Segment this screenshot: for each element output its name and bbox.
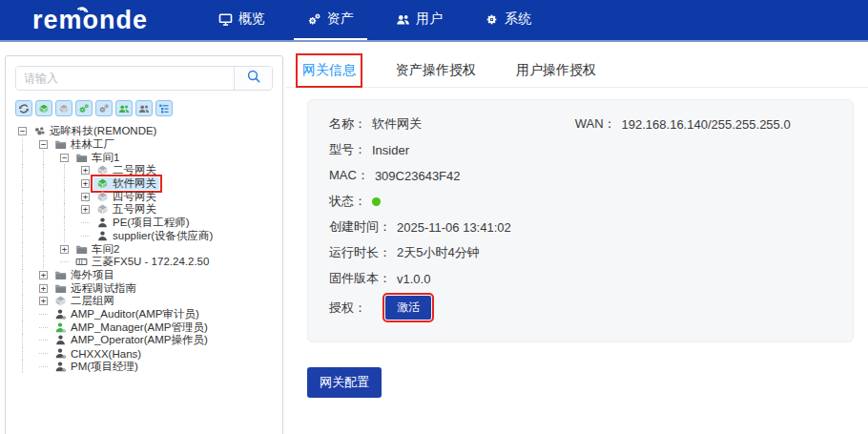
tree-item[interactable]: PM(项目经理) [15, 360, 273, 373]
tree-item-core[interactable]: 远眸科技(REMONDE) [31, 125, 159, 138]
detail-row: 运行时长：2天5小时4分钟 [329, 244, 566, 261]
gateway-config-button[interactable]: 网关配置 [307, 367, 382, 398]
tree-item[interactable]: +四号网关 [15, 190, 273, 203]
tree-item-core[interactable]: 二层组网 [52, 295, 117, 308]
tree-guide-line [22, 138, 36, 152]
person-icon [54, 334, 67, 346]
tree-item-core[interactable]: AMP_Manager(AMP管理员) [52, 320, 211, 334]
tree-item-core[interactable]: 二号网关 [93, 164, 159, 177]
detail-value: 2天5小时4分钟 [397, 244, 480, 261]
expand-icon[interactable]: + [81, 193, 90, 201]
tree-item-core[interactable]: AMP_Auditor(AMP审计员) [52, 308, 202, 321]
nav-item-assets[interactable]: 资产 [294, 0, 367, 40]
cube-icon [38, 103, 50, 114]
tree-item[interactable]: −远眸科技(REMONDE) [15, 125, 273, 138]
tree-leaf-dash [39, 327, 48, 328]
tree-item[interactable]: −桂林工厂 [15, 138, 273, 152]
tree-item-core[interactable]: 车间2 [72, 242, 122, 256]
tree-guide-line [43, 203, 57, 217]
collapse-icon[interactable]: − [18, 127, 27, 135]
expand-icon[interactable]: + [81, 205, 90, 214]
tree-item[interactable]: +远程调试指南 [15, 281, 273, 295]
detail-value: v1.0.0 [397, 272, 430, 286]
tree-item-core[interactable]: supplier(设备供应商) [93, 230, 216, 243]
tree-guide-line [43, 164, 57, 177]
org-icon [33, 125, 46, 137]
tool-button-assets-online[interactable] [75, 100, 93, 116]
person-badge-icon [54, 347, 67, 360]
tree-item[interactable]: +五号网关 [15, 203, 273, 217]
search-input[interactable] [16, 67, 234, 90]
tab-gateway-info[interactable]: 网关信息 [300, 58, 358, 83]
tree-item-core[interactable]: 四号网关 [93, 190, 159, 203]
collapse-icon[interactable]: − [60, 154, 69, 162]
tree-item-core[interactable]: PE(项目工程师) [93, 217, 193, 230]
expand-icon[interactable]: + [60, 245, 69, 254]
tree-item-core[interactable]: 软件网关 [93, 177, 159, 191]
folder-icon [75, 243, 88, 256]
tree-item-core[interactable]: 三菱FX5U - 172.24.2.50 [72, 256, 212, 269]
activate-button[interactable]: 激活 [385, 296, 431, 320]
tree-item-core[interactable]: CHXXX(Hans) [52, 347, 144, 361]
tree-guide-line [22, 347, 36, 361]
expand-icon[interactable]: + [39, 297, 48, 305]
tree-item[interactable]: AMP_Operator(AMP操作员) [15, 334, 273, 347]
tree-leaf-dash [39, 314, 48, 315]
detail-row: 创建时间：2025-11-06 13:41:02 [329, 218, 566, 236]
tree-item[interactable]: +二层组网 [15, 295, 273, 308]
tree-item[interactable]: AMP_Auditor(AMP审计员) [15, 308, 273, 321]
tree-guide-line [22, 217, 36, 230]
tree-guide-line [22, 151, 36, 164]
tree-guide-line [64, 203, 78, 217]
search-button[interactable] [234, 67, 272, 90]
tree-item[interactable]: CHXXX(Hans) [15, 347, 273, 361]
tree-leaf-dash [39, 353, 48, 354]
tree-guide-line [22, 203, 36, 217]
nav-item-overview[interactable]: 概览 [205, 0, 279, 40]
tree-item-core[interactable]: 车间1 [72, 151, 122, 164]
tree-guide-line [22, 308, 36, 321]
tree-item[interactable]: +软件网关 [15, 177, 273, 191]
tool-button-users-online[interactable] [115, 100, 133, 116]
detail-label: 状态： [329, 193, 366, 210]
nav-item-system[interactable]: 系统 [471, 0, 545, 40]
main-menu: 概览资产用户系统 [197, 0, 552, 40]
folder-icon [54, 269, 67, 281]
tree-item-core[interactable]: 远程调试指南 [52, 281, 139, 295]
tree-item[interactable]: −车间1 [15, 151, 273, 164]
expand-icon[interactable]: + [81, 166, 90, 175]
expand-icon[interactable]: + [81, 179, 90, 188]
tab-asset-auth[interactable]: 资产操作授权 [394, 58, 478, 83]
tree-item-core[interactable]: PM(项目经理) [52, 360, 141, 373]
tree-item[interactable]: +海外项目 [15, 269, 273, 282]
status-online-dot [372, 197, 381, 206]
tool-button-gateway-online[interactable] [35, 100, 52, 116]
tree-guide-line [22, 242, 36, 256]
tree-item-core[interactable]: 桂林工厂 [52, 138, 117, 152]
tool-button-users-offline[interactable] [135, 100, 153, 116]
tree-leaf-dash [39, 340, 48, 341]
users-icon [396, 12, 410, 27]
expand-icon[interactable]: + [39, 271, 48, 279]
tree-leaf-dash [60, 261, 69, 262]
tree-item[interactable]: 三菱FX5U - 172.24.2.50 [15, 256, 273, 269]
tool-button-refresh[interactable] [15, 100, 32, 116]
collapse-icon[interactable]: − [39, 140, 48, 149]
nav-item-label: 系统 [505, 10, 531, 28]
tree-item-core[interactable]: 五号网关 [93, 203, 159, 217]
tree-item[interactable]: +二号网关 [15, 164, 273, 177]
tree-item[interactable]: PE(项目工程师) [15, 217, 273, 230]
tool-button-tree-view[interactable] [155, 100, 173, 116]
expand-icon[interactable]: + [39, 284, 48, 293]
folder-icon [75, 152, 88, 164]
tree-item-core[interactable]: AMP_Operator(AMP操作员) [52, 334, 211, 347]
tool-button-assets-offline[interactable] [95, 100, 113, 116]
tree-item[interactable]: supplier(设备供应商) [15, 230, 273, 243]
tree-item[interactable]: +车间2 [15, 242, 273, 256]
nav-item-users[interactable]: 用户 [382, 0, 456, 40]
tree-item[interactable]: AMP_Manager(AMP管理员) [15, 320, 273, 334]
tool-button-gateway-offline[interactable] [55, 100, 72, 116]
tree-item-core[interactable]: 海外项目 [52, 269, 117, 282]
tab-user-op-auth[interactable]: 用户操作授权 [514, 58, 598, 83]
person-badge-icon [54, 361, 67, 373]
